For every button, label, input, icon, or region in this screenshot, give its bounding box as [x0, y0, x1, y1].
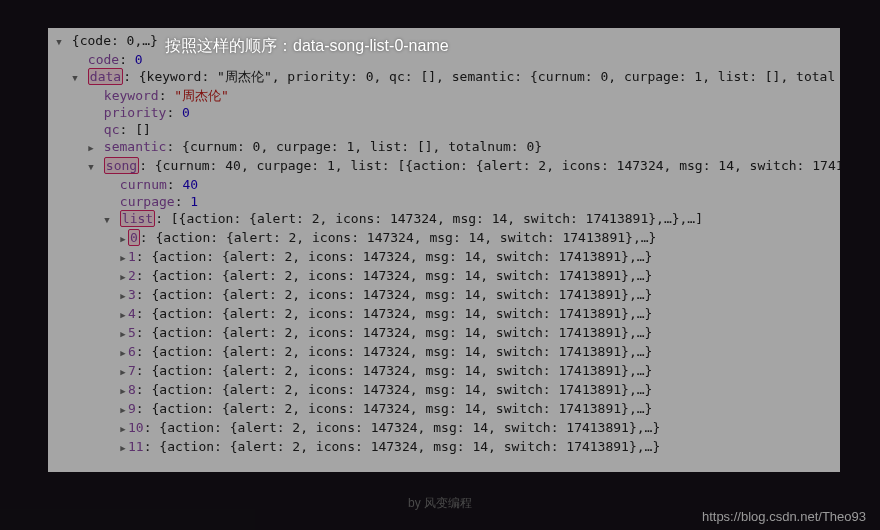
key-label: code [88, 52, 119, 67]
object-preview: {action: {alert: 2, icons: 147324, msg: … [151, 287, 652, 302]
key-label-highlighted: list [120, 210, 155, 227]
key-label: 10 [128, 420, 144, 435]
annotation-callout: 按照这样的顺序：data-song-list-0-name [165, 36, 449, 57]
value-number: 0 [182, 105, 190, 120]
tree-row-list-item[interactable]: 9: {action: {alert: 2, icons: 147324, ms… [48, 400, 840, 419]
tree-row-song[interactable]: song: {curnum: 40, curpage: 1, list: [{a… [48, 157, 840, 176]
tree-row-list-item[interactable]: 5: {action: {alert: 2, icons: 147324, ms… [48, 324, 840, 343]
key-label: curpage [120, 194, 175, 209]
object-preview: {action: {alert: 2, icons: 147324, msg: … [155, 230, 656, 245]
key-label: 9 [128, 401, 136, 416]
tree-row-list-item[interactable]: 7: {action: {alert: 2, icons: 147324, ms… [48, 362, 840, 381]
tree-row-list-item[interactable]: 1: {action: {alert: 2, icons: 147324, ms… [48, 248, 840, 267]
key-label-highlighted: data [88, 68, 123, 85]
expand-arrow-icon[interactable] [118, 381, 128, 400]
json-viewer-panel: {code: 0,…} code: 0 data: {keyword: "周杰伦… [48, 28, 840, 472]
key-label: 1 [128, 249, 136, 264]
object-preview: {keyword: "周杰伦", priority: 0, qc: [], se… [139, 69, 835, 84]
object-preview: {action: {alert: 2, icons: 147324, msg: … [151, 306, 652, 321]
object-preview: {action: {alert: 2, icons: 147324, msg: … [151, 382, 652, 397]
key-label: 5 [128, 325, 136, 340]
array-preview: [{action: {alert: 2, icons: 147324, msg:… [171, 211, 703, 226]
expand-arrow-icon[interactable] [118, 248, 128, 267]
object-preview: {action: {alert: 2, icons: 147324, msg: … [159, 439, 660, 454]
object-preview: {action: {alert: 2, icons: 147324, msg: … [151, 249, 652, 264]
object-preview: {curnum: 0, curpage: 1, list: [], totaln… [182, 139, 542, 154]
tree-row-list-item[interactable]: 2: {action: {alert: 2, icons: 147324, ms… [48, 267, 840, 286]
expand-arrow-icon[interactable] [118, 438, 128, 457]
value-string: "周杰伦" [174, 88, 229, 103]
key-label-highlighted: song [104, 157, 139, 174]
key-label: curnum [120, 177, 167, 192]
key-label: 2 [128, 268, 136, 283]
expand-arrow-icon[interactable] [70, 68, 80, 87]
root-preview: {code: 0,…} [72, 33, 158, 48]
tree-row-list-item[interactable]: 3: {action: {alert: 2, icons: 147324, ms… [48, 286, 840, 305]
key-label-highlighted: 0 [128, 229, 140, 246]
tree-row-curpage[interactable]: curpage: 1 [48, 193, 840, 210]
tree-row-list-item[interactable]: 6: {action: {alert: 2, icons: 147324, ms… [48, 343, 840, 362]
tree-row-data[interactable]: data: {keyword: "周杰伦", priority: 0, qc: … [48, 68, 840, 87]
tree-row-priority[interactable]: priority: 0 [48, 104, 840, 121]
object-preview: {curnum: 40, curpage: 1, list: [{action:… [155, 158, 840, 173]
expand-arrow-icon[interactable] [118, 362, 128, 381]
expand-arrow-icon[interactable] [86, 157, 96, 176]
tree-row-keyword[interactable]: keyword: "周杰伦" [48, 87, 840, 104]
tree-row-qc[interactable]: qc: [] [48, 121, 840, 138]
expand-arrow-icon[interactable] [54, 32, 64, 51]
tree-row-list-item[interactable]: 4: {action: {alert: 2, icons: 147324, ms… [48, 305, 840, 324]
value-number: 0 [135, 52, 143, 67]
tree-row-list-item[interactable]: 0: {action: {alert: 2, icons: 147324, ms… [48, 229, 840, 248]
object-preview: {action: {alert: 2, icons: 147324, msg: … [159, 420, 660, 435]
value-number: 1 [190, 194, 198, 209]
key-label: priority [104, 105, 167, 120]
expand-arrow-icon[interactable] [118, 419, 128, 438]
object-preview: {action: {alert: 2, icons: 147324, msg: … [151, 325, 652, 340]
object-preview: {action: {alert: 2, icons: 147324, msg: … [151, 344, 652, 359]
value-array: [] [135, 122, 151, 137]
key-label: 11 [128, 439, 144, 454]
object-preview: {action: {alert: 2, icons: 147324, msg: … [151, 401, 652, 416]
value-number: 40 [182, 177, 198, 192]
expand-arrow-icon[interactable] [118, 305, 128, 324]
expand-arrow-icon[interactable] [86, 138, 96, 157]
tree-row-semantic[interactable]: semantic: {curnum: 0, curpage: 1, list: … [48, 138, 840, 157]
key-label: qc [104, 122, 120, 137]
tree-row-curnum[interactable]: curnum: 40 [48, 176, 840, 193]
key-label: 6 [128, 344, 136, 359]
expand-arrow-icon[interactable] [118, 267, 128, 286]
watermark-text: https://blog.csdn.net/Theo93 [702, 509, 866, 524]
expand-arrow-icon[interactable] [118, 229, 128, 248]
expand-arrow-icon[interactable] [118, 324, 128, 343]
object-preview: {action: {alert: 2, icons: 147324, msg: … [151, 363, 652, 378]
tree-row-list-item[interactable]: 8: {action: {alert: 2, icons: 147324, ms… [48, 381, 840, 400]
key-label: 4 [128, 306, 136, 321]
tree-row-list-item[interactable]: 11: {action: {alert: 2, icons: 147324, m… [48, 438, 840, 457]
expand-arrow-icon[interactable] [118, 286, 128, 305]
object-preview: {action: {alert: 2, icons: 147324, msg: … [151, 268, 652, 283]
key-label: semantic [104, 139, 167, 154]
expand-arrow-icon[interactable] [102, 210, 112, 229]
tree-row-list[interactable]: list: [{action: {alert: 2, icons: 147324… [48, 210, 840, 229]
key-label: 7 [128, 363, 136, 378]
key-label: 3 [128, 287, 136, 302]
key-label: 8 [128, 382, 136, 397]
expand-arrow-icon[interactable] [118, 343, 128, 362]
tree-row-list-item[interactable]: 10: {action: {alert: 2, icons: 147324, m… [48, 419, 840, 438]
expand-arrow-icon[interactable] [118, 400, 128, 419]
key-label: keyword [104, 88, 159, 103]
